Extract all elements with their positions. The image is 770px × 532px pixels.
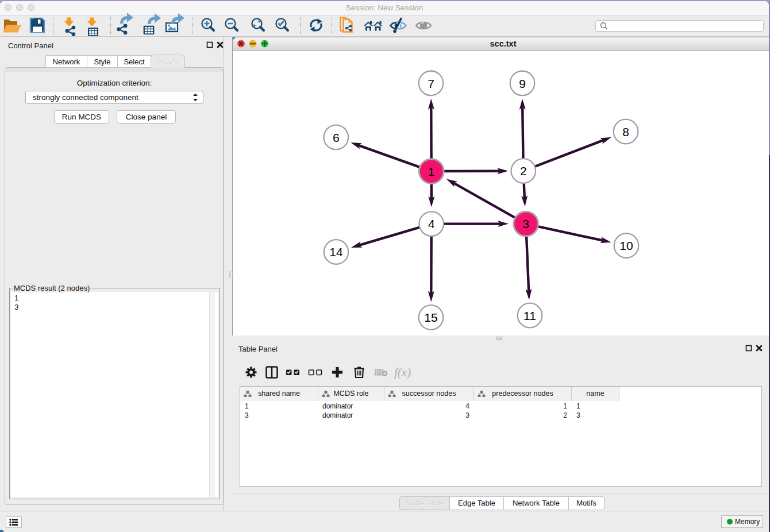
svg-text:1: 1 bbox=[428, 165, 435, 178]
svg-text:f(x): f(x) bbox=[394, 365, 411, 379]
svg-text:8: 8 bbox=[622, 125, 629, 138]
svg-text:10: 10 bbox=[619, 239, 633, 252]
svg-text:11: 11 bbox=[523, 309, 536, 322]
svg-text:9: 9 bbox=[519, 77, 526, 90]
svg-text:6: 6 bbox=[333, 131, 340, 144]
svg-text:14: 14 bbox=[329, 245, 343, 259]
svg-text:15: 15 bbox=[424, 311, 437, 324]
svg-text:4: 4 bbox=[428, 217, 435, 230]
svg-text:7: 7 bbox=[428, 77, 434, 90]
svg-text:2: 2 bbox=[520, 164, 527, 178]
svg-text:3: 3 bbox=[522, 217, 529, 230]
